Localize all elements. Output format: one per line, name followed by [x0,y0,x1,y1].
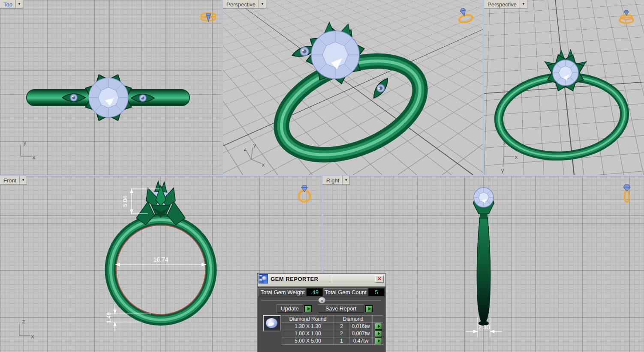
gem-image [266,318,277,328]
table-row: 1.00 X 1.00 2 0.007tw [282,330,383,337]
chevron-down-icon: ▼ [18,3,21,6]
collapse-arrow-icon: ▲ [321,299,324,302]
viewport-perspective[interactable]: y z x Perspective ▼ [223,0,483,175]
titlebar-divider [330,274,331,283]
run-arrow-icon [378,332,380,335]
gem-weight-cell[interactable]: 0.007tw [349,330,373,337]
table-row: 1.30 X 1.30 2 0.016tw [282,323,383,330]
svg-text:5.04: 5.04 [122,196,128,206]
viewport-title: Top [0,0,15,8]
cad-workspace: y x Top ▼ [0,0,644,352]
gem-table-section: Diamond Round Diamond 1.30 X 1.30 2 0.01… [263,315,385,345]
axis-indicator: y z x [244,142,265,168]
viewport-menu-button[interactable]: ▼ [19,176,27,184]
axis-indicator: y x [21,139,36,161]
gem-thumbnail[interactable] [263,315,281,331]
close-button[interactable]: ✕ [375,275,384,283]
ring-orientation-icon [294,183,315,204]
svg-text:16.74: 16.74 [153,256,168,263]
ring-orientation-icon [198,7,219,27]
collapse-row: ▲ [262,297,381,303]
update-button[interactable]: Update [277,304,303,313]
row-run-button[interactable] [375,330,382,337]
side-leaf-right [370,76,391,101]
svg-text:1.49: 1.49 [105,312,112,323]
gem-size-cell[interactable]: 5.00 X 5.00 [282,337,334,345]
viewport-menu-button[interactable]: ▼ [259,0,266,8]
gem-table-header: Diamond Round Diamond [282,316,383,323]
svg-text:x: x [32,154,36,161]
viewport-title: Perspective [223,0,259,8]
total-gem-weight-value: .49 [307,288,323,296]
run-arrow-icon [378,339,380,343]
total-gem-count-value: 5 [368,288,385,296]
gem-table: Diamond Round Diamond 1.30 X 1.30 2 0.01… [282,315,383,345]
viewport-menu-button[interactable]: ▼ [342,176,349,184]
gem-count-cell[interactable]: 2 [334,323,349,330]
gem-count-cell[interactable]: 2 [334,330,349,337]
chevron-down-icon: ▼ [21,179,25,182]
run-arrow-icon [307,307,310,310]
viewport-tab-right[interactable]: Right ▼ [323,176,350,185]
svg-text:z: z [244,146,247,152]
total-gem-weight-label: Total Gem Weight [259,288,307,296]
svg-text:x: x [262,161,265,168]
ring-orientation-icon [455,6,475,27]
svg-text:z: z [503,140,506,146]
dimension-inner-diameter: 16.74 [115,256,206,266]
viewport-title: Perspective [484,0,520,8]
chevron-down-icon: ▼ [522,3,525,6]
run-arrow-icon [378,325,380,328]
viewport-tab-top[interactable]: Top ▼ [0,0,23,9]
row-run-button[interactable] [375,323,382,330]
head-side [473,188,494,219]
viewport-tab-front[interactable]: Front ▼ [0,176,27,185]
row-run-button[interactable] [375,337,382,344]
close-icon: ✕ [377,276,382,281]
ring-orientation-icon [617,182,637,203]
svg-text:y: y [253,142,256,148]
axis-indicator: z x [19,318,34,340]
chevron-down-icon: ▼ [261,3,264,6]
svg-text:x: x [31,333,34,340]
gem-reporter-icon [259,274,268,283]
gem-weight-cell[interactable]: 0.016tw [349,323,373,330]
viewport-perspective-2[interactable]: z x y Perspective ▼ [484,0,644,175]
save-report-button[interactable]: Save Report [318,304,364,313]
viewport-title: Right [323,176,342,184]
viewport-menu-button[interactable]: ▼ [15,0,23,8]
center-stone-head [545,50,586,91]
table-row: 5.00 X 5.00 1 0.47tw [282,337,383,345]
gem-reporter-body: Total Gem Weight .49 Total Gem Count 5 ▲… [258,284,385,345]
type-header-cell: Diamond [334,316,373,323]
gem-size-cell[interactable]: 1.00 X 1.00 [282,330,334,337]
center-stone-top [85,75,131,120]
viewport-title: Front [0,176,19,184]
viewport-top[interactable]: y x Top ▼ [0,0,222,175]
save-report-run-button[interactable] [365,305,373,312]
button-row: Update Save Report [277,304,385,313]
dialog-title: GEM REPORTER [271,276,318,282]
chevron-down-icon: ▼ [344,179,348,182]
viewport-menu-button[interactable]: ▼ [520,0,527,8]
ring-orientation-icon [616,7,637,27]
perspective-render: y z x [223,0,483,175]
total-gem-count-label: Total Gem Count [323,288,368,296]
gem-reporter-dialog: GEM REPORTER ✕ Total Gem Weight .49 Tota… [257,273,386,352]
top-view-render: y x [0,0,222,175]
viewport-tab-perspective-2[interactable]: Perspective ▼ [484,0,527,9]
svg-text:y: y [23,139,27,146]
svg-text:z: z [22,318,25,325]
viewport-tab-perspective[interactable]: Perspective ▼ [223,0,266,9]
run-arrow-icon [368,307,371,310]
svg-text:2.30: 2.30 [478,324,490,331]
totals-row: Total Gem Weight .49 Total Gem Count 5 [259,288,385,296]
gem-reporter-titlebar[interactable]: GEM REPORTER ✕ [258,274,385,284]
gem-weight-cell[interactable]: 0.47tw [349,337,373,345]
gem-size-cell[interactable]: 1.30 X 1.30 [282,323,334,330]
update-run-button[interactable] [304,305,312,312]
svg-text:y: y [501,167,504,173]
shape-header-cell: Diamond Round [282,316,334,323]
collapse-button[interactable]: ▲ [318,297,326,304]
gem-count-cell[interactable]: 1 [334,337,349,345]
